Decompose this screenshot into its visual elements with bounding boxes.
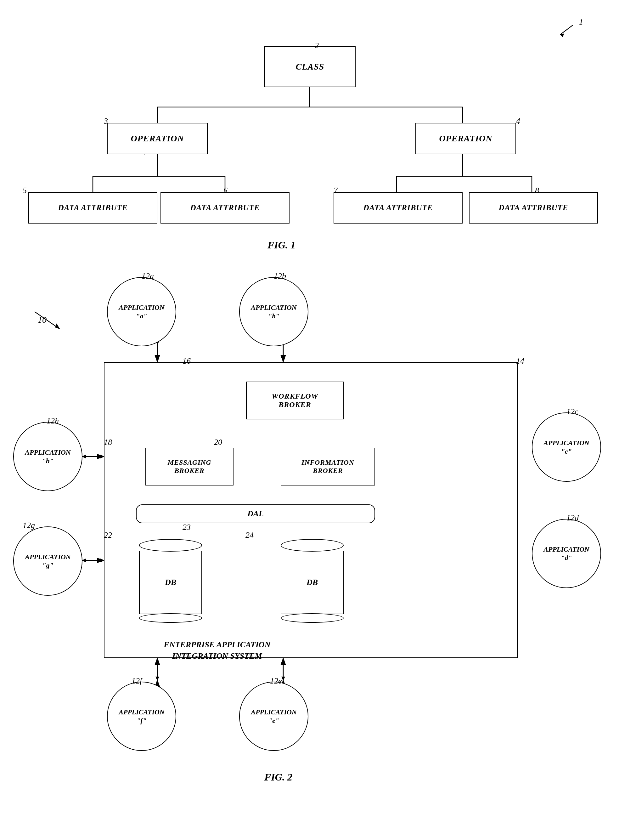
ref-12d: 12d xyxy=(567,513,579,523)
ref-6: 6 xyxy=(223,186,227,195)
dal-pill: DAL xyxy=(136,505,375,523)
ref-12b: 12b xyxy=(274,271,286,281)
db2-label: DB xyxy=(307,578,318,587)
db1-container: DB xyxy=(139,539,202,627)
ref-7: 7 xyxy=(333,186,338,195)
messaging-broker-label: MESSAGINGBROKER xyxy=(168,458,211,475)
operation-left-label: OPERATION xyxy=(131,133,184,144)
ref-16: 16 xyxy=(182,356,191,366)
fig2-label: FIG. 2 xyxy=(264,771,292,783)
ref-12a: 12a xyxy=(142,271,154,281)
ref-20: 20 xyxy=(214,438,222,447)
svg-marker-24 xyxy=(155,357,159,361)
class-box: CLASS xyxy=(264,46,356,87)
ref-12e: 12e xyxy=(270,676,282,686)
ref-1: 1 xyxy=(579,17,583,27)
operation-right-label: OPERATION xyxy=(439,133,492,144)
operation-left-box: OPERATION xyxy=(107,123,208,154)
workflow-broker-label: WORKFLOWBROKER xyxy=(272,392,318,409)
ref-4: 4 xyxy=(516,117,520,126)
app-c-label: APPLICATION"c" xyxy=(543,439,589,456)
dal-label: DAL xyxy=(247,509,264,518)
ref-14: 14 xyxy=(516,356,524,366)
app-c-circle: APPLICATION"c" xyxy=(532,412,601,482)
data-attr-2-box: DATA ATTRIBUTE xyxy=(160,192,290,223)
db1-label: DB xyxy=(165,578,176,587)
app-g-circle: APPLICATION"g" xyxy=(13,526,82,596)
app-f-circle: APPLICATION"f" xyxy=(107,682,176,751)
svg-marker-48 xyxy=(560,33,564,37)
app-d-label: APPLICATION"d" xyxy=(543,545,589,562)
svg-marker-43 xyxy=(155,677,159,681)
app-d-circle: APPLICATION"d" xyxy=(532,519,601,588)
ref-23: 23 xyxy=(182,523,191,532)
ref10-arrow xyxy=(31,308,69,334)
app-a-circle: APPLICATION"a" xyxy=(107,277,176,346)
ref-24: 24 xyxy=(245,530,254,540)
svg-marker-50 xyxy=(55,323,60,329)
app-f-label: APPLICATION"f" xyxy=(119,708,164,725)
app-b-circle: APPLICATION"b" xyxy=(239,277,308,346)
ref-12f: 12f xyxy=(132,676,142,686)
information-broker-box: INFORMATIONBROKER xyxy=(281,448,375,485)
ref-12g: 12g xyxy=(22,521,35,530)
ref-5: 5 xyxy=(22,186,27,195)
eai-box: WORKFLOWBROKER MESSAGINGBROKER INFORMATI… xyxy=(104,362,518,658)
app-b-label: APPLICATION"b" xyxy=(251,303,296,320)
app-a-label: APPLICATION"a" xyxy=(119,303,164,320)
ref-22: 22 xyxy=(104,530,112,540)
information-broker-label: INFORMATIONBROKER xyxy=(302,458,354,475)
svg-marker-46 xyxy=(281,677,285,681)
data-attr-4-box: DATA ATTRIBUTE xyxy=(469,192,598,223)
data-attr-1-box: DATA ATTRIBUTE xyxy=(28,192,157,223)
app-g-label: APPLICATION"g" xyxy=(25,553,70,570)
ref-18: 18 xyxy=(104,438,112,447)
app-e-label: APPLICATION"e" xyxy=(251,708,296,725)
da3-label: DATA ATTRIBUTE xyxy=(363,204,433,212)
messaging-broker-box: MESSAGINGBROKER xyxy=(145,448,233,485)
ref-3: 3 xyxy=(104,117,108,126)
da2-label: DATA ATTRIBUTE xyxy=(190,204,260,212)
workflow-broker-box: WORKFLOWBROKER xyxy=(246,382,344,419)
da1-label: DATA ATTRIBUTE xyxy=(58,204,128,212)
db2-container: DB xyxy=(281,539,344,627)
ref-12c: 12c xyxy=(567,407,579,416)
data-attr-3-box: DATA ATTRIBUTE xyxy=(333,192,463,223)
app-e-circle: APPLICATION"e" xyxy=(239,682,308,751)
diagram-container: 1 CLASS 2 OPERATION 3 OPERATION 4 DATA A… xyxy=(0,0,619,840)
operation-right-box: OPERATION xyxy=(416,123,516,154)
ref-2: 2 xyxy=(315,41,319,50)
eai-label: ENTERPRISE APPLICATIONINTEGRATION SYSTEM xyxy=(154,639,280,662)
app-h-label: APPLICATION"h" xyxy=(25,448,70,465)
ref-8: 8 xyxy=(535,186,539,195)
da4-label: DATA ATTRIBUTE xyxy=(499,204,568,212)
svg-marker-27 xyxy=(281,357,285,361)
fig1-label: FIG. 1 xyxy=(268,239,296,251)
svg-marker-45 xyxy=(281,659,285,663)
svg-line-47 xyxy=(560,25,573,34)
ref-12h: 12h xyxy=(46,416,59,426)
class-label: CLASS xyxy=(296,62,324,72)
app-h-circle: APPLICATION"h" xyxy=(13,422,82,491)
